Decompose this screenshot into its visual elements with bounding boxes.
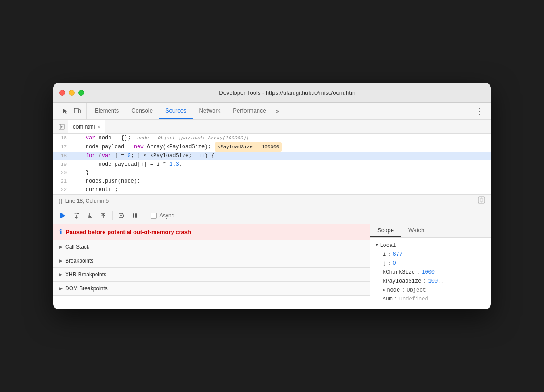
step-into-button[interactable] (84, 209, 96, 222)
scroll-icon (477, 196, 485, 204)
step-button[interactable] (115, 209, 128, 222)
more-tabs-button[interactable]: » (272, 103, 283, 119)
file-tab-name: oom.html (73, 124, 95, 130)
debug-separator-2 (144, 211, 144, 220)
scope-content: ▼ Local i : 677 j : (370, 238, 491, 309)
code-editor: 16 var node = {}; node = Object {payload… (53, 134, 491, 195)
left-panel: ℹ Paused before potential out-of-memory … (53, 224, 370, 309)
xhr-breakpoints-label: XHR Breakpoints (65, 271, 106, 278)
call-stack-arrow: ▶ (59, 245, 63, 249)
call-stack-section: ▶ Call Stack (53, 240, 370, 254)
tab-scope[interactable]: Scope (370, 224, 401, 237)
device-icon[interactable] (72, 106, 83, 117)
scope-node-arrow: ▶ (383, 286, 385, 295)
tab-performance[interactable]: Performance (226, 103, 272, 119)
minimize-button[interactable] (69, 90, 75, 96)
tab-elements[interactable]: Elements (88, 103, 125, 119)
call-stack-header[interactable]: ▶ Call Stack (53, 240, 370, 254)
cursor-icon[interactable] (60, 106, 71, 117)
xhr-breakpoints-header[interactable]: ▶ XHR Breakpoints (53, 268, 370, 281)
settings-button[interactable]: ⋮ (472, 103, 487, 119)
resume-button[interactable] (57, 209, 69, 222)
sources-panel: oom.html × 16 var node = {}; node = Obje… (53, 120, 491, 309)
scope-local-header[interactable]: ▼ Local (376, 241, 485, 250)
code-line-18: 18 for (var j = 0; j < kPayloadSize; j++… (53, 152, 491, 160)
scope-vars: i : 677 j : 0 kChunkSize : (376, 250, 485, 304)
code-line-21: 21 nodes.push(node); (53, 177, 491, 186)
scope-tabs: Scope Watch (370, 224, 491, 238)
tab-console[interactable]: Console (125, 103, 159, 119)
tab-network[interactable]: Network (193, 103, 227, 119)
breakpoints-section: ▶ Breakpoints (53, 254, 370, 268)
cursor-position: Line 18, Column 5 (65, 198, 109, 204)
async-label: Async (159, 213, 174, 219)
scope-var-j: j : 0 (383, 259, 485, 268)
debug-separator-1 (112, 211, 113, 220)
status-bar: {} Line 18, Column 5 (53, 195, 491, 207)
async-checkbox-container[interactable]: Async (151, 213, 174, 219)
breakpoints-label: Breakpoints (65, 258, 93, 264)
bottom-panel: ℹ Paused before potential out-of-memory … (53, 224, 491, 309)
scope-local-label: Local (380, 241, 396, 250)
window-title: Developer Tools - https://ulan.github.io… (91, 89, 485, 96)
breakpoints-header[interactable]: ▶ Breakpoints (53, 254, 370, 267)
svg-marker-6 (61, 213, 65, 218)
xhr-breakpoints-arrow: ▶ (59, 272, 63, 277)
sidebar-toggle-icon[interactable] (55, 120, 68, 133)
dom-breakpoints-section: ▶ DOM Breakpoints (53, 282, 370, 296)
svg-rect-1 (79, 110, 80, 113)
file-tab-oom[interactable]: oom.html × (68, 120, 105, 133)
scope-local-arrow: ▼ (376, 241, 378, 250)
code-line-22: 22 current++; (53, 186, 491, 194)
scope-var-kpayloadsize: kPayloadSize : 100… (383, 277, 485, 286)
pause-message: Paused before potential out-of-memory cr… (66, 229, 191, 235)
step-over-button[interactable] (70, 209, 83, 222)
debugger-toolbar: Async (53, 207, 491, 224)
title-bar: Developer Tools - https://ulan.github.io… (53, 83, 491, 103)
svg-rect-15 (133, 213, 134, 218)
info-icon: ℹ (59, 228, 62, 236)
breakpoints-arrow: ▶ (59, 259, 63, 263)
file-tabs: oom.html × (53, 120, 491, 134)
scope-var-kchunksize: kChunkSize : 1000 (383, 268, 485, 277)
tab-watch[interactable]: Watch (401, 224, 431, 237)
inline-tooltip-17: kPayloadSize = 100000 (215, 142, 282, 152)
right-panel: Scope Watch ▼ Local i : 677 (370, 224, 491, 309)
code-line-19: 19 node.payload[j] = i * 1.3; (53, 160, 491, 169)
scope-var-sum: sum : undefined (383, 295, 485, 304)
svg-rect-16 (135, 213, 137, 218)
xhr-breakpoints-section: ▶ XHR Breakpoints (53, 268, 370, 282)
devtools-window: Developer Tools - https://ulan.github.io… (53, 83, 491, 309)
tab-sources[interactable]: Sources (159, 103, 193, 119)
svg-marker-4 (61, 126, 63, 128)
dom-breakpoints-label: DOM Breakpoints (65, 285, 108, 292)
pause-button[interactable] (129, 209, 141, 222)
scope-local-section: ▼ Local i : 677 j : (376, 241, 485, 304)
code-line-20: 20 } (53, 169, 491, 177)
format-icon[interactable]: {} (59, 197, 63, 204)
maximize-button[interactable] (78, 90, 84, 96)
dom-breakpoints-header[interactable]: ▶ DOM Breakpoints (53, 282, 370, 295)
code-line-16: 16 var node = {}; node = Object {payload… (53, 134, 491, 142)
tab-bar-icons (57, 103, 87, 119)
traffic-lights (59, 90, 84, 96)
tab-bar: Elements Console Sources Network Perform… (53, 103, 491, 120)
scope-var-i: i : 677 (383, 250, 485, 259)
step-out-button[interactable] (97, 209, 109, 222)
call-stack-label: Call Stack (65, 244, 89, 250)
pause-notice: ℹ Paused before potential out-of-memory … (53, 224, 370, 240)
code-line-17: 17 node.payload = new Array(kPayloadSize… (53, 142, 491, 152)
close-button[interactable] (59, 90, 65, 96)
svg-rect-0 (74, 108, 78, 113)
file-tab-close[interactable]: × (97, 125, 100, 129)
async-checkbox[interactable] (151, 213, 157, 219)
scope-var-node[interactable]: ▶ node : Object (383, 286, 485, 295)
dom-breakpoints-arrow: ▶ (59, 286, 63, 291)
